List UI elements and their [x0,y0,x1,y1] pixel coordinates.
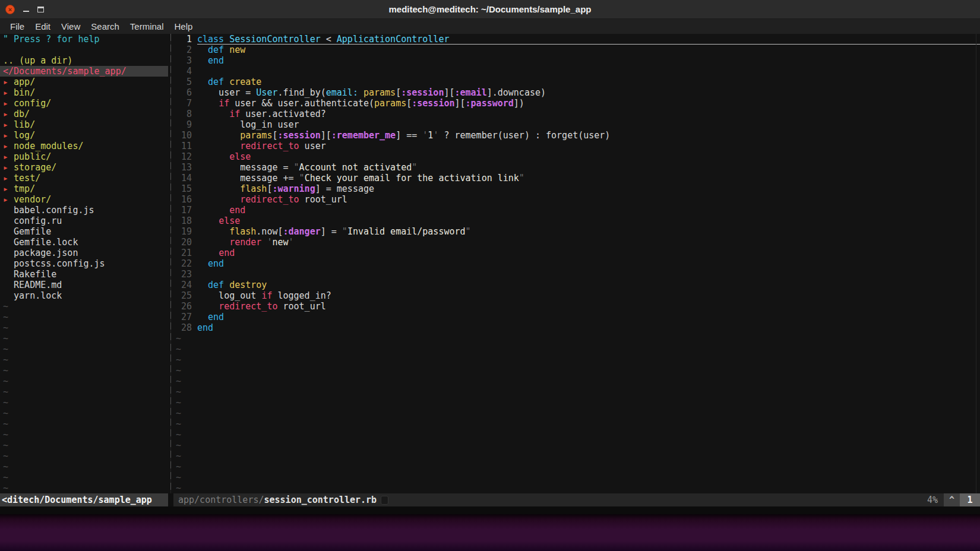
tree-dir-test[interactable]: ▸ test/ [0,173,168,183]
tree-dir-node-modules[interactable]: ▸ node_modules/ [0,141,168,151]
code-line-23[interactable]: 23 [176,269,980,280]
tree-file-gemfile-lock[interactable]: Gemfile.lock [0,237,168,248]
token-dir: vendor/ [14,194,51,205]
token-dir: db/ [14,109,30,119]
token-co: end [219,248,235,258]
code-line-13[interactable]: 13 message = "Account not activated" [176,162,980,173]
nerdtree-panel[interactable]: " Press ? for help.. (up a dir)</Documen… [0,34,168,493]
line-number: 20 [176,237,192,248]
menu-item-view[interactable]: View [56,21,86,31]
token-tx [224,45,229,55]
code-line-12[interactable]: 12 else [176,151,980,162]
tree-dir-config[interactable]: ▸ config/ [0,98,168,109]
code-line-14[interactable]: 14 message += "Check your email for the … [176,173,980,183]
scrollbar[interactable] [976,34,976,493]
code-line-8[interactable]: 8 if user.activated? [176,109,980,119]
tree-help[interactable]: " Press ? for help [0,34,168,45]
code-line-25[interactable]: 25 log_out if logged_in? [176,290,980,301]
tree-dir-log[interactable]: ▸ log/ [0,130,168,141]
token-tx: ][ [321,130,331,141]
tree-dir-tmp[interactable]: ▸ tmp/ [0,183,168,194]
tree-dir-app[interactable]: ▸ app/ [0,77,168,87]
token-tilde: ~ [3,301,8,312]
tree-file-gemfile[interactable]: Gemfile [0,226,168,237]
code-line-22[interactable]: 22 end [176,258,980,269]
code-text: class SessionController < ApplicationCon… [197,34,980,45]
token-file: Gemfile [3,226,51,237]
token-qu: ' [422,130,428,141]
nerdtree-tilde: ~ [0,376,168,387]
menu-item-search[interactable]: Search [86,21,125,31]
code-line-10[interactable]: 10 params[:session][:remember_me] == '1'… [176,130,980,141]
tree-file-rakefile[interactable]: Rakefile [0,269,168,280]
token-co: render [229,237,261,248]
token-co: else [219,216,240,226]
code-text: message = "Account not activated" [197,162,980,173]
tree-root[interactable]: </Documents/sample_app/ [0,66,168,77]
tree-dir-db[interactable]: ▸ db/ [0,109,168,119]
code-text: def destroy [197,280,980,290]
code-text: params[:session][:remember_me] == '1' ? … [197,130,980,141]
token-me: new [229,45,245,55]
token-sy: :session [401,87,444,98]
token-st: Check your email for the activation link [305,173,519,183]
nerdtree-tilde: ~ [0,312,168,322]
code-line-11[interactable]: 11 redirect_to user [176,141,980,151]
token-co: if [261,290,272,301]
editor-tilde: ~ [176,344,980,354]
line-number: 24 [176,280,192,290]
token-dir: config/ [14,98,51,109]
code-line-27[interactable]: 27 end [176,312,980,322]
tree-dir-vendor[interactable]: ▸ vendor/ [0,194,168,205]
menu-item-terminal[interactable]: Terminal [125,21,169,31]
code-line-28[interactable]: 28end [176,322,980,333]
code-line-2[interactable]: 2 def new [176,45,980,55]
command-line[interactable] [0,506,980,514]
code-line-20[interactable]: 20 render 'new' [176,237,980,248]
code-line-15[interactable]: 15 flash[:warning] = message [176,183,980,194]
window-separator[interactable] [168,34,173,493]
code-text: end [197,258,980,269]
tree-file-yarn-lock[interactable]: yarn.lock [0,290,168,301]
line-number: 21 [176,248,192,258]
code-line-7[interactable]: 7 if user && user.authenticate(params[:s… [176,98,980,109]
tree-file-postcss-config-js[interactable]: postcss.config.js [0,258,168,269]
code-line-3[interactable]: 3 end [176,55,980,66]
code-line-17[interactable]: 17 end [176,205,980,216]
code-line-9[interactable]: 9 log_in user [176,119,980,130]
tilde-text: ~ [176,333,980,344]
menu-item-edit[interactable]: Edit [30,21,56,31]
editor-tilde: ~ [176,429,980,440]
token-tx: ][ [444,87,454,98]
code-line-1[interactable]: 1class SessionController < ApplicationCo… [176,34,980,45]
tree-file-package-json[interactable]: package.json [0,248,168,258]
menu-item-file[interactable]: File [5,21,30,31]
code-line-26[interactable]: 26 redirect_to root_url [176,301,980,312]
tree-file-config-ru[interactable]: config.ru [0,216,168,226]
token-tx: ] = message [315,183,374,194]
tree-blank[interactable] [0,45,168,55]
tree-dir-lib[interactable]: ▸ lib/ [0,119,168,130]
code-text: redirect_to user [197,141,980,151]
code-line-6[interactable]: 6 user = User.find_by(email: params[:ses… [176,87,980,98]
token-st: Invalid email/password [347,226,466,237]
tree-dir-storage[interactable]: ▸ storage/ [0,162,168,173]
tree-file-readme-md[interactable]: README.md [0,280,168,290]
menu-item-help[interactable]: Help [169,21,198,31]
code-line-21[interactable]: 21 end [176,248,980,258]
editor-panel[interactable]: 1class SessionController < ApplicationCo… [173,34,980,493]
token-tilde: ~ [176,408,181,419]
tree-file-babel-config-js[interactable]: babel.config.js [0,205,168,216]
code-line-18[interactable]: 18 else [176,216,980,226]
code-line-24[interactable]: 24 def destroy [176,280,980,290]
code-line-4[interactable]: 4 [176,66,980,77]
token-dir: lib/ [14,119,35,130]
tree-dir-public[interactable]: ▸ public/ [0,151,168,162]
code-line-19[interactable]: 19 flash.now[:danger] = "Invalid email/p… [176,226,980,237]
token-tilde: ~ [176,333,181,344]
code-line-16[interactable]: 16 redirect_to root_url [176,194,980,205]
token-sy: :session [412,98,454,109]
tree-dir-bin[interactable]: ▸ bin/ [0,87,168,98]
code-line-5[interactable]: 5 def create [176,77,980,87]
tree-up-dir[interactable]: .. (up a dir) [0,55,168,66]
